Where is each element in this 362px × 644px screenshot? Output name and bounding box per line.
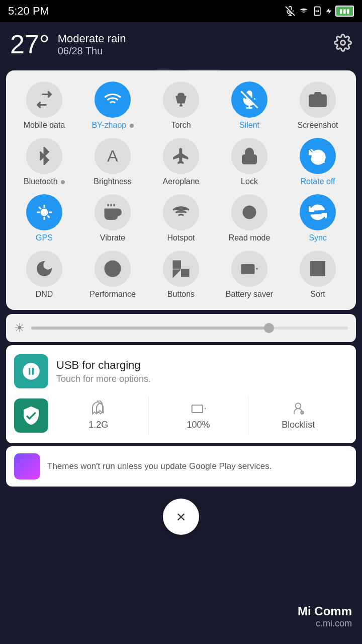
quick-item-rotate[interactable]: Rotate off <box>285 135 351 189</box>
quick-item-dnd[interactable]: DND <box>11 248 77 302</box>
quick-item-battery-saver[interactable]: Battery saver <box>216 248 283 302</box>
status-icons: ▮▮▮ <box>285 6 354 17</box>
quick-item-silent[interactable]: Silent <box>216 78 283 133</box>
svg-rect-44 <box>192 405 202 413</box>
quick-item-mobile-data[interactable]: Mobile data <box>11 78 77 133</box>
usb-subtitle: Touch for more options. <box>56 374 151 384</box>
quick-item-wifi[interactable]: BY-zhaop <box>79 78 146 133</box>
status-time: 5:20 PM <box>8 5 49 18</box>
brightness-btn[interactable]: A <box>95 138 131 174</box>
brightness-handle[interactable] <box>264 323 274 333</box>
sort-btn[interactable] <box>300 251 336 287</box>
quick-item-torch[interactable]: Torch <box>148 78 214 133</box>
wifi-status-icon <box>298 7 309 16</box>
quick-item-sort[interactable]: Sort <box>285 248 351 302</box>
quick-item-lock[interactable]: Lock <box>216 135 283 189</box>
blocklist-icon <box>290 400 306 417</box>
svg-point-8 <box>341 40 345 45</box>
quick-item-gps[interactable]: GPS <box>11 191 77 246</box>
torch-btn[interactable] <box>163 82 199 118</box>
weather-left: 27° Moderate rain 06/28 Thu <box>10 29 126 59</box>
usb-title: USB for charging <box>56 359 151 372</box>
svg-rect-41 <box>319 262 325 268</box>
stat-battery-value: 100% <box>187 420 210 430</box>
svg-rect-43 <box>319 270 325 276</box>
usb-notif-content: USB for charging Touch for more options. <box>14 354 348 388</box>
svg-line-22 <box>47 215 49 217</box>
performance-label: Performance <box>89 290 136 299</box>
quick-grid: Mobile data BY-zhaop Torch <box>11 78 351 302</box>
lock-btn[interactable] <box>231 138 267 174</box>
svg-point-18 <box>41 209 47 215</box>
charging-icon <box>325 6 332 16</box>
themes-notification[interactable]: Themes won't run unless you update Googl… <box>6 446 356 487</box>
quick-item-sync[interactable]: Sync <box>285 191 351 246</box>
stat-blocklist-value: Blocklist <box>282 420 315 430</box>
gps-btn[interactable] <box>26 194 62 230</box>
mobile-data-btn[interactable] <box>26 82 62 118</box>
mobile-data-label: Mobile data <box>24 121 65 130</box>
buttons-label: Buttons <box>167 290 195 299</box>
stat-app-usage[interactable]: 1.2G <box>48 396 148 434</box>
svg-marker-7 <box>326 8 332 14</box>
brightness-track[interactable] <box>31 327 348 330</box>
close-button[interactable]: × <box>163 499 199 535</box>
brightness-bar: ☀ <box>6 314 356 342</box>
sim-icon <box>312 6 322 16</box>
quick-item-brightness-ctrl[interactable]: A Brightness <box>79 135 146 189</box>
bluetooth-btn[interactable] <box>26 138 62 174</box>
bluetooth-label: Bluetooth <box>24 177 65 186</box>
weather-description: Moderate rain <box>58 32 126 45</box>
status-bar: 5:20 PM ▮▮▮ <box>0 0 362 22</box>
usb-icon-box <box>14 354 48 388</box>
performance-btn[interactable] <box>95 251 131 287</box>
quick-item-aeroplane[interactable]: Aeroplane <box>148 135 214 189</box>
svg-point-46 <box>296 403 301 409</box>
wifi-label: BY-zhaop <box>92 121 133 130</box>
brightness-icon: ☀ <box>14 321 25 335</box>
close-button-container: × <box>0 499 362 535</box>
gps-label: GPS <box>36 233 53 243</box>
wifi-btn[interactable] <box>95 82 131 118</box>
stat-blocklist[interactable]: Blocklist <box>248 396 348 434</box>
silent-btn[interactable] <box>231 82 267 118</box>
quick-item-buttons[interactable]: Buttons <box>148 248 214 302</box>
quick-item-vibrate[interactable]: Vibrate <box>79 191 146 246</box>
lock-label: Lock <box>241 177 258 186</box>
aeroplane-btn[interactable] <box>163 138 199 174</box>
dnd-btn[interactable] <box>26 251 62 287</box>
quick-settings-panel: Mobile data BY-zhaop Torch <box>6 70 356 310</box>
readmode-label: Read mode <box>229 233 270 243</box>
usb-notification[interactable]: USB for charging Touch for more options.… <box>6 345 356 443</box>
mi-comm-watermark: Mi Comm c.mi.com <box>298 604 352 629</box>
security-stats-row: 1.2G 100% Blocklist <box>14 396 348 434</box>
hotspot-btn[interactable] <box>163 194 199 230</box>
mi-comm-title: Mi Comm <box>298 604 352 618</box>
buttons-btn[interactable] <box>163 251 199 287</box>
readmode-btn[interactable] <box>231 194 267 230</box>
quick-item-performance[interactable]: Performance <box>79 248 146 302</box>
battery-stat-icon <box>191 400 207 417</box>
quick-item-readmode[interactable]: Read mode <box>216 191 283 246</box>
quick-item-screenshot[interactable]: Screenshot <box>285 78 351 133</box>
quick-item-bluetooth[interactable]: Bluetooth <box>11 135 77 189</box>
battery-icon: ▮▮▮ <box>335 6 354 17</box>
svg-rect-36 <box>182 270 189 277</box>
weather-bar: 27° Moderate rain 06/28 Thu <box>0 22 362 66</box>
rotate-btn[interactable] <box>300 138 336 174</box>
sync-btn[interactable] <box>300 194 336 230</box>
stat-battery[interactable]: 100% <box>148 396 248 434</box>
svg-rect-35 <box>173 261 180 268</box>
svg-point-29 <box>247 210 252 215</box>
themes-icon <box>14 453 40 479</box>
battery-saver-btn[interactable] <box>231 251 267 287</box>
temperature: 27° <box>10 29 50 59</box>
mute-icon <box>285 6 295 16</box>
quick-item-hotspot[interactable]: Hotspot <box>148 191 214 246</box>
stats-items: 1.2G 100% Blocklist <box>48 396 348 434</box>
settings-button[interactable] <box>334 34 352 55</box>
svg-rect-16 <box>243 155 256 164</box>
vibrate-btn[interactable] <box>95 194 131 230</box>
screenshot-btn[interactable] <box>300 82 336 118</box>
aeroplane-label: Aeroplane <box>163 177 200 186</box>
